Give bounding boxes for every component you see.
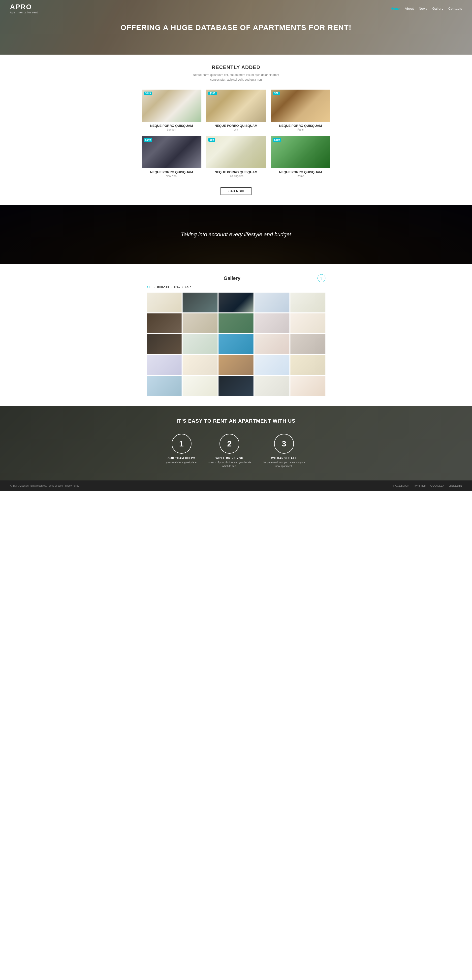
step-desc-1: you search for a great place. (166, 461, 197, 464)
filter-usa[interactable]: USA (174, 286, 180, 289)
property-name-3: Neque Porro Quisquam (271, 124, 331, 127)
step-label-3: WE HANDLE ALL (262, 457, 306, 460)
nav-link-home[interactable]: Home (391, 7, 400, 10)
step-desc-2: to each of your choices and you decide w… (207, 461, 252, 468)
nav-link-news[interactable]: News (419, 7, 428, 10)
property-card-6[interactable]: $289 Neque Porro Quisquam Rome (271, 136, 331, 177)
property-location-5: Los Angeles (207, 175, 266, 177)
property-location-2: Lviv (207, 128, 266, 131)
scroll-top-button[interactable]: ⇧ (318, 274, 326, 282)
page-wrapper: APRO Apartments for rent Home About News… (0, 0, 472, 491)
step-circle-1: 1 (172, 434, 191, 453)
gallery-thumb-15[interactable] (291, 334, 326, 354)
gallery-thumb-9[interactable] (254, 313, 289, 333)
nav-item-gallery[interactable]: Gallery (432, 6, 443, 11)
gallery-thumb-17[interactable] (183, 355, 218, 375)
price-badge-2: $105 (208, 92, 217, 95)
gallery-thumb-20[interactable] (291, 355, 326, 375)
logo-title: APRO (10, 3, 38, 11)
gallery-thumb-11[interactable] (147, 334, 182, 354)
footer-privacy-link[interactable]: Privacy Policy (64, 484, 79, 487)
gallery-filter: ALL / EUROPE / USA / ASIA (147, 286, 326, 289)
gallery-thumb-10[interactable] (291, 313, 326, 333)
property-card-3[interactable]: $79 Neque Porro Quisquam Paris (271, 89, 331, 131)
nav-item-contacts[interactable]: Contacts (448, 6, 462, 11)
gallery-header: Gallery ⇧ (147, 274, 326, 282)
step-circle-2: 2 (219, 434, 239, 453)
property-image-4: $149 (142, 136, 202, 168)
easy-rent-section: IT'S EASY TO RENT AN APARTMENT WITH US 1… (0, 406, 472, 480)
step-3: 3 WE HANDLE ALL the paperwork and you mo… (262, 434, 306, 468)
property-location-3: Paris (271, 128, 331, 131)
nav-item-about[interactable]: About (405, 6, 414, 11)
property-name-6: Neque Porro Quisquam (271, 170, 331, 174)
footer-copyright: APRO © 2015 All rights reserved. Terms o… (10, 484, 79, 487)
load-more-button[interactable]: LOAD MORE (221, 187, 251, 195)
property-card-5[interactable]: $89 Neque Porro Quisquam Los Angeles (207, 136, 266, 177)
recently-added-title: RECENTLY ADDED (5, 65, 467, 70)
footer-social: FACEBOOK TWITTER GOOGLE+ LINKEDIN (393, 484, 462, 487)
gallery-thumb-22[interactable] (183, 376, 218, 396)
gallery-thumb-21[interactable] (147, 376, 182, 396)
gallery-thumb-12[interactable] (183, 334, 218, 354)
step-circle-3: 3 (274, 434, 294, 453)
property-name-2: Neque Porro Quisquam (207, 124, 266, 127)
gallery-grid (147, 293, 326, 396)
tagline-text: Taking into account every lifestyle and … (181, 231, 291, 238)
price-badge-5: $89 (208, 138, 216, 142)
nav-link-contacts[interactable]: Contacts (448, 7, 462, 10)
property-image-3: $79 (271, 89, 331, 122)
property-name-5: Neque Porro Quisquam (207, 170, 266, 174)
property-location-1: London (142, 128, 202, 131)
logo-subtitle: Apartments for rent (10, 11, 38, 14)
filter-asia[interactable]: ASIA (185, 286, 191, 289)
gallery-thumb-1[interactable] (147, 293, 182, 312)
gallery-thumb-23[interactable] (219, 376, 253, 396)
gallery-thumb-19[interactable] (254, 355, 289, 375)
gallery-thumb-24[interactable] (254, 376, 289, 396)
step-2: 2 WE'LL DRIVE YOU to each of your choice… (207, 434, 252, 468)
gallery-thumb-6[interactable] (147, 313, 182, 333)
nav-item-home[interactable]: Home (391, 6, 400, 11)
properties-grid: $149 Neque Porro Quisquam London $105 Ne… (142, 89, 331, 177)
gallery-thumb-4[interactable] (254, 293, 289, 312)
gallery-title: Gallery (147, 275, 318, 281)
gallery-thumb-14[interactable] (254, 334, 289, 354)
filter-europe[interactable]: EUROPE (157, 286, 169, 289)
property-card-2[interactable]: $105 Neque Porro Quisquam Lviv (207, 89, 266, 131)
property-image-1: $149 (142, 89, 202, 122)
property-image-2: $105 (207, 89, 266, 122)
filter-all[interactable]: ALL (147, 286, 153, 289)
gallery-thumb-7[interactable] (183, 313, 218, 333)
social-facebook[interactable]: FACEBOOK (393, 484, 410, 487)
property-location-6: Rome (271, 175, 331, 177)
nav-link-gallery[interactable]: Gallery (432, 7, 443, 10)
social-linkedin[interactable]: LINKEDIN (448, 484, 462, 487)
recently-added-section: RECENTLY ADDED Neque porro quisquam est,… (0, 55, 472, 205)
gallery-thumb-16[interactable] (147, 355, 182, 375)
gallery-thumb-18[interactable] (219, 355, 253, 375)
price-badge-4: $149 (144, 138, 152, 142)
social-twitter[interactable]: TWITTER (413, 484, 426, 487)
footer-terms-link[interactable]: Terms of use (48, 484, 62, 487)
price-badge-3: $79 (273, 92, 280, 95)
easy-rent-steps: 1 OUR TEAM HELPS you search for a great … (5, 434, 467, 468)
logo: APRO Apartments for rent (10, 3, 38, 14)
site-header: APRO Apartments for rent Home About News… (0, 0, 472, 17)
nav-link-about[interactable]: About (405, 7, 414, 10)
gallery-thumb-13[interactable] (219, 334, 253, 354)
gallery-thumb-3[interactable] (219, 293, 253, 312)
property-image-5: $89 (207, 136, 266, 168)
gallery-thumb-8[interactable] (219, 313, 253, 333)
gallery-thumb-5[interactable] (291, 293, 326, 312)
tagline-banner: Taking into account every lifestyle and … (0, 205, 472, 264)
social-googleplus[interactable]: GOOGLE+ (430, 484, 445, 487)
nav-item-news[interactable]: News (419, 6, 428, 11)
gallery-thumb-25[interactable] (291, 376, 326, 396)
property-card-4[interactable]: $149 Neque Porro Quisquam New York (142, 136, 202, 177)
property-location-4: New York (142, 175, 202, 177)
step-label-2: WE'LL DRIVE YOU (207, 457, 252, 460)
property-card-1[interactable]: $149 Neque Porro Quisquam London (142, 89, 202, 131)
gallery-thumb-2[interactable] (183, 293, 218, 312)
hero-title: OFFERING A HUGE DATABASE OF APARTMENTS F… (121, 22, 351, 32)
